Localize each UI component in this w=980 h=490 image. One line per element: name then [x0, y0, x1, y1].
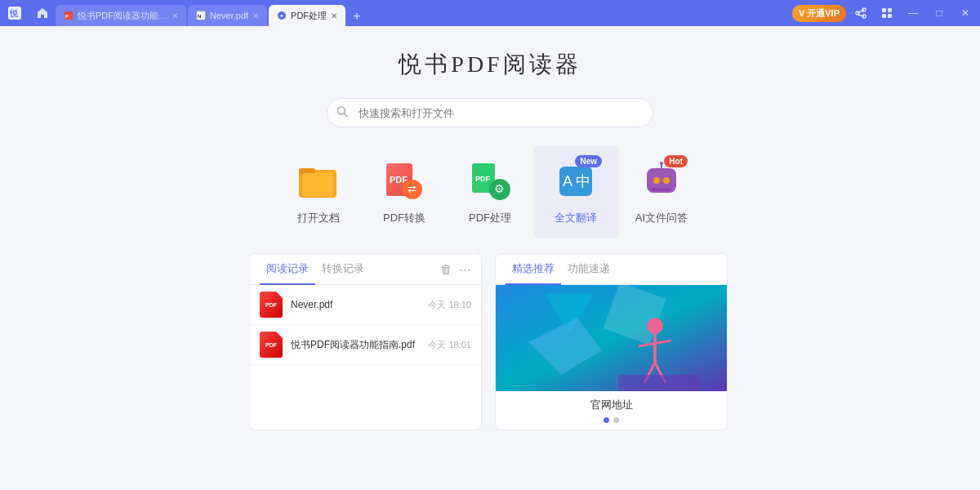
- hot-badge: Hot: [664, 155, 688, 167]
- features-row: 打开文档 PDF ⇄ PDF转: [276, 145, 705, 238]
- record-name-0: Never.pdf: [291, 299, 420, 310]
- recommend-tabs: 精选推荐 功能速递: [496, 254, 727, 285]
- record-name-1: 悦书PDF阅读器功能指南.pdf: [291, 338, 420, 352]
- featured-illustration: [496, 285, 727, 391]
- svg-rect-10: [882, 14, 886, 18]
- tab-close-1[interactable]: ✕: [252, 11, 259, 20]
- feature-open-label: 打开文档: [297, 211, 340, 225]
- tab-features-news[interactable]: 功能速递: [561, 254, 617, 285]
- ai-icon-wrap: Hot: [639, 158, 684, 204]
- svg-text:✦: ✦: [279, 13, 284, 19]
- app-logo: 悦: [0, 0, 29, 26]
- feature-process[interactable]: PDF ⚙ PDF处理: [448, 145, 533, 238]
- open-icon-wrap: [296, 158, 341, 204]
- app-title: 悦书PDF阅读器: [399, 49, 581, 80]
- svg-text:中: 中: [576, 173, 590, 189]
- featured-title: 官网地址: [496, 391, 727, 417]
- tab-1[interactable]: N Never.pdf ✕: [188, 5, 267, 26]
- pdf-process-icon: PDF ⚙: [469, 160, 511, 203]
- titlebar: 悦 P 悦书PDF阅读器功能指... ✕ N Never.pdf ✕: [0, 0, 980, 26]
- record-item-1[interactable]: PDF 悦书PDF阅读器功能指南.pdf 今天 18:01: [250, 325, 481, 365]
- pdf-file-icon-0: PDF: [260, 292, 283, 318]
- feature-process-label: PDF处理: [469, 211, 511, 225]
- feature-convert-label: PDF转换: [383, 211, 425, 225]
- tab-featured[interactable]: 精选推荐: [506, 254, 561, 285]
- svg-point-39: [647, 318, 663, 334]
- bottom-section: 阅读记录 转换记录 🗑 ⋯ PDF Never.pdf 今天 18:10 PDF…: [249, 253, 731, 430]
- record-time-1: 今天 18:01: [428, 339, 471, 351]
- svg-text:⚙: ⚙: [494, 182, 505, 195]
- more-icon[interactable]: ⋯: [459, 262, 471, 277]
- translate-icon-wrap: A 中 New: [553, 158, 599, 204]
- feature-ai[interactable]: Hot AI文件问答: [619, 145, 705, 238]
- home-button[interactable]: [29, 0, 56, 26]
- delete-icon[interactable]: 🗑: [440, 262, 452, 276]
- vip-button[interactable]: V 开通VIP: [792, 5, 846, 22]
- new-badge: New: [575, 155, 602, 167]
- rec-dot-1[interactable]: [613, 417, 619, 423]
- svg-rect-32: [652, 188, 671, 191]
- folder-icon: [297, 162, 340, 201]
- pdf-file-icon-1: PDF: [260, 332, 283, 358]
- tab-close-0[interactable]: ✕: [172, 11, 178, 20]
- tab-reading-records[interactable]: 阅读记录: [260, 254, 315, 285]
- convert-icon-wrap: PDF ⇄: [381, 158, 427, 204]
- svg-rect-44: [618, 375, 700, 391]
- svg-text:N: N: [198, 14, 201, 19]
- tab-convert-records[interactable]: 转换记录: [315, 254, 371, 285]
- record-item-0[interactable]: PDF Never.pdf 今天 18:10: [250, 285, 481, 325]
- svg-text:A: A: [563, 173, 572, 189]
- svg-rect-9: [888, 8, 892, 12]
- tab-2[interactable]: ✦ PDF处理 ✕: [269, 5, 345, 26]
- svg-text:PDF: PDF: [475, 175, 491, 183]
- share-icon[interactable]: [849, 2, 872, 24]
- recommend-panel: 精选推荐 功能速递: [495, 253, 728, 430]
- panel-actions: 🗑 ⋯: [440, 262, 471, 277]
- feature-translate-label: 全文翻译: [555, 211, 597, 225]
- maximize-button[interactable]: □: [928, 2, 951, 24]
- featured-image[interactable]: [496, 285, 727, 391]
- svg-line-13: [345, 114, 348, 117]
- tabs-area: P 悦书PDF阅读器功能指... ✕ N Never.pdf ✕ ✦ PDF处理…: [56, 0, 792, 26]
- svg-rect-16: [302, 173, 333, 196]
- search-icon: [336, 106, 348, 120]
- main-content: 悦书PDF阅读器 打开文档: [0, 26, 980, 490]
- minimize-button[interactable]: —: [902, 2, 924, 24]
- search-input[interactable]: [327, 98, 653, 127]
- feature-translate[interactable]: A 中 New 全文翻译: [533, 145, 619, 238]
- pdf-convert-icon: PDF ⇄: [383, 160, 425, 203]
- close-button[interactable]: ✕: [954, 2, 977, 24]
- feature-convert[interactable]: PDF ⇄ PDF转换: [362, 145, 448, 238]
- svg-point-31: [663, 177, 670, 184]
- add-tab-button[interactable]: +: [347, 7, 367, 26]
- svg-rect-8: [882, 8, 886, 12]
- svg-point-34: [660, 162, 663, 165]
- record-time-0: 今天 18:10: [428, 299, 471, 311]
- tab-0[interactable]: P 悦书PDF阅读器功能指... ✕: [56, 5, 186, 26]
- rec-dots: [496, 417, 727, 430]
- svg-text:悦: 悦: [9, 9, 19, 18]
- search-container: [327, 98, 653, 127]
- feature-open[interactable]: 打开文档: [276, 145, 362, 238]
- process-icon-wrap: PDF ⚙: [467, 158, 513, 204]
- titlebar-right: V 开通VIP — □ ✕: [792, 2, 980, 24]
- tab-close-2[interactable]: ✕: [331, 11, 337, 20]
- svg-point-30: [653, 177, 660, 184]
- records-tabs: 阅读记录 转换记录 🗑 ⋯: [250, 254, 481, 285]
- rec-dot-0[interactable]: [604, 417, 609, 423]
- svg-text:⇄: ⇄: [408, 183, 416, 195]
- svg-rect-11: [888, 14, 892, 18]
- records-panel: 阅读记录 转换记录 🗑 ⋯ PDF Never.pdf 今天 18:10 PDF…: [249, 253, 482, 430]
- svg-text:P: P: [65, 14, 69, 19]
- feature-ai-label: AI文件问答: [635, 211, 688, 225]
- grid-icon[interactable]: [875, 2, 898, 24]
